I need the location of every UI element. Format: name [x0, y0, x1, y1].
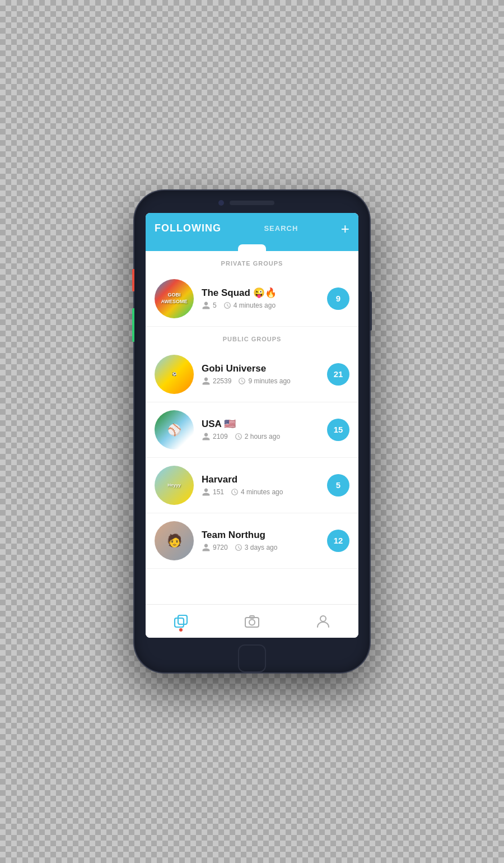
- public-groups-label: PUBLIC GROUPS: [146, 327, 358, 347]
- clock-icon-northug: [235, 544, 242, 551]
- group-item-squad[interactable]: GOBIAWESOME The Squad 😜🔥 5 4 minutes ago: [146, 271, 358, 327]
- clock-icon-gobi: [238, 377, 246, 385]
- badge-gobi: 21: [327, 363, 349, 386]
- time-usa: 2 hours ago: [245, 433, 280, 440]
- group-info-northug: Team Northug 9720 3 days ago: [202, 530, 327, 552]
- svg-rect-1: [178, 615, 187, 624]
- group-meta-usa: 2109 2 hours ago: [202, 432, 327, 441]
- avatar-harvard: Heyyy: [155, 466, 194, 505]
- group-info-squad: The Squad 😜🔥 5 4 minutes ago: [202, 287, 327, 310]
- avatar-northug: 🧑: [155, 521, 194, 560]
- members-northug: 9720: [202, 543, 228, 552]
- group-meta-squad: 5 4 minutes ago: [202, 301, 327, 310]
- nav-home[interactable]: [173, 614, 189, 629]
- members-gobi: 22539: [202, 377, 231, 386]
- avatar-bg-gobi: [155, 355, 194, 394]
- person-icon-gobi: [202, 377, 211, 386]
- bottom-nav: [146, 604, 358, 638]
- group-name-squad: The Squad 😜🔥: [202, 287, 327, 299]
- nav-camera[interactable]: [244, 614, 260, 629]
- avatar-gobi: ⚽: [155, 355, 194, 394]
- group-item-usa[interactable]: ⚾ USA 🇺🇸 2109 2 hours ago: [146, 402, 358, 458]
- phone-screen: FOLLOWING SEARCH + PRIVATE GROUPS GOBIAW…: [146, 213, 358, 638]
- tab-indicator-container: [146, 244, 358, 251]
- nav-profile[interactable]: [315, 614, 331, 629]
- clock-icon-squad: [223, 301, 231, 309]
- search-button[interactable]: SEARCH: [264, 224, 298, 233]
- members-count-northug: 9720: [213, 544, 228, 551]
- badge-northug: 12: [327, 530, 349, 552]
- app-header: FOLLOWING SEARCH +: [146, 213, 358, 244]
- group-name-northug: Team Northug: [202, 530, 327, 541]
- badge-squad: 9: [327, 287, 349, 310]
- side-button-red: [132, 269, 134, 291]
- group-item-northug[interactable]: 🧑 Team Northug 9720 3 days ago: [146, 513, 358, 569]
- camera-icon: [244, 614, 260, 629]
- badge-harvard: 5: [327, 474, 349, 497]
- add-button[interactable]: +: [341, 221, 349, 236]
- time-gobi: 9 minutes ago: [248, 377, 290, 385]
- members-count-gobi: 22539: [213, 377, 231, 385]
- group-name-gobi: Gobi Universe: [202, 363, 327, 374]
- profile-icon: [315, 614, 331, 629]
- group-meta-northug: 9720 3 days ago: [202, 543, 327, 552]
- members-count-harvard: 151: [213, 488, 224, 496]
- group-info-usa: USA 🇺🇸 2109 2 hours ago: [202, 418, 327, 441]
- groups-list: PRIVATE GROUPS GOBIAWESOME The Squad 😜🔥 …: [146, 251, 358, 604]
- members-harvard: 151: [202, 488, 224, 497]
- group-meta-harvard: 151 4 minutes ago: [202, 488, 327, 497]
- person-icon-harvard: [202, 488, 211, 497]
- group-item-harvard[interactable]: Heyyy Harvard 151 4 minutes ago: [146, 458, 358, 513]
- person-icon-usa: [202, 432, 211, 441]
- clock-icon-harvard: [231, 488, 239, 496]
- time-usa: 2 hours ago: [235, 433, 280, 440]
- person-icon: [202, 301, 211, 310]
- members-count-squad: 5: [213, 301, 217, 309]
- members-count-usa: 2109: [213, 433, 228, 440]
- avatar-usa: ⚾: [155, 410, 194, 449]
- phone-speaker: [230, 201, 274, 205]
- phone-home-button[interactable]: [238, 644, 266, 672]
- svg-point-5: [320, 616, 326, 621]
- members-squad: 5: [202, 301, 217, 310]
- group-item-gobi[interactable]: ⚽ Gobi Universe 22539 9 minutes ago: [146, 347, 358, 402]
- svg-rect-0: [175, 618, 184, 627]
- time-squad: 4 minutes ago: [223, 301, 276, 309]
- group-name-harvard: Harvard: [202, 474, 327, 485]
- badge-usa: 15: [327, 419, 349, 441]
- avatar-squad: GOBIAWESOME: [155, 279, 194, 318]
- side-button-green: [132, 308, 134, 342]
- phone-camera: [218, 200, 224, 206]
- time-gobi: 9 minutes ago: [238, 377, 290, 385]
- group-info-gobi: Gobi Universe 22539 9 minutes ago: [202, 363, 327, 386]
- time-squad: 4 minutes ago: [234, 301, 276, 309]
- time-harvard: 4 minutes ago: [241, 488, 283, 496]
- group-info-harvard: Harvard 151 4 minutes ago: [202, 474, 327, 497]
- time-northug: 3 days ago: [245, 544, 278, 551]
- group-meta-gobi: 22539 9 minutes ago: [202, 377, 327, 386]
- time-harvard: 4 minutes ago: [231, 488, 283, 496]
- side-button-right: [370, 291, 372, 331]
- person-icon-northug: [202, 543, 211, 552]
- time-northug: 3 days ago: [235, 544, 278, 551]
- nav-dot: [179, 628, 183, 632]
- clock-icon-usa: [235, 433, 242, 440]
- svg-point-3: [249, 619, 255, 625]
- private-groups-label: PRIVATE GROUPS: [146, 251, 358, 271]
- phone-frame: FOLLOWING SEARCH + PRIVATE GROUPS GOBIAW…: [134, 191, 370, 672]
- header-title: FOLLOWING: [155, 222, 221, 234]
- members-usa: 2109: [202, 432, 228, 441]
- home-icon: [173, 614, 189, 629]
- tab-indicator: [238, 244, 266, 251]
- group-name-usa: USA 🇺🇸: [202, 418, 327, 430]
